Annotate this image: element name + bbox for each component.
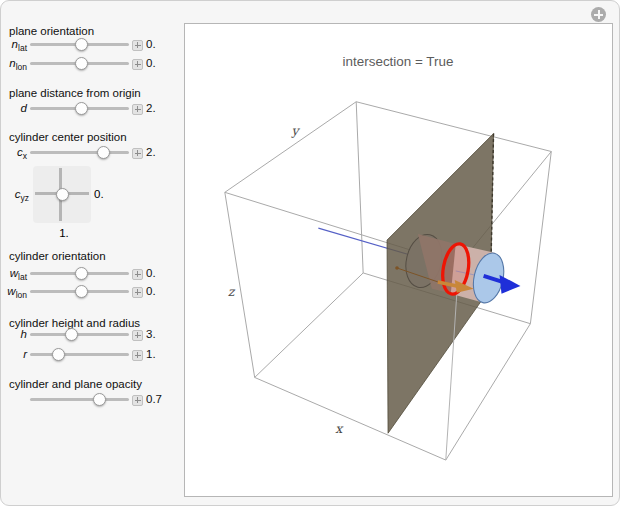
c-x-label: cx [1, 146, 27, 161]
c-yz-value-y: 0. [94, 188, 104, 200]
h-slider-thumb[interactable] [65, 328, 78, 341]
w-lat-label: wlat [1, 267, 27, 282]
slider-row-n-lon: nlon 0. [1, 56, 184, 70]
r-slider-thumb[interactable] [52, 348, 65, 361]
group-title-cylinder-orientation: cylinder orientation [9, 250, 106, 262]
group-title-opacity: cylinder and plane opacity [9, 378, 142, 390]
c-yz-2d-slider-thumb[interactable] [56, 188, 69, 201]
group-title-plane-orientation: plane orientation [9, 25, 94, 37]
opacity-value: 0.7 [146, 393, 162, 405]
h-expand-button[interactable] [132, 330, 143, 341]
slider-row-h: h 3. [1, 327, 184, 341]
w-lon-slider-thumb[interactable] [75, 285, 88, 298]
group-title-plane-distance: plane distance from origin [9, 87, 141, 99]
n-lon-label: nlon [1, 57, 27, 72]
c-yz-value-z: 1. [35, 227, 93, 239]
d-expand-button[interactable] [132, 104, 143, 115]
slider-row-c-x: cx 2. [1, 145, 184, 159]
c-x-slider-thumb[interactable] [97, 146, 110, 159]
slider-row-d: d 2. [1, 101, 184, 115]
axis-label-x: x [335, 421, 344, 436]
w-lat-value: 0. [146, 267, 156, 279]
opacity-slider-thumb[interactable] [93, 393, 106, 406]
w-lon-expand-button[interactable] [132, 287, 143, 298]
c-yz-2d-slider[interactable] [33, 166, 91, 223]
graphics-panel: intersection = True y z x [184, 23, 613, 497]
w-lon-label: wlon [1, 285, 27, 300]
n-lon-slider-thumb[interactable] [75, 57, 88, 70]
slider-row-r: r 1. [1, 347, 184, 361]
h-label: h [1, 328, 27, 343]
n-lat-label: nlat [1, 38, 27, 53]
axis-label-y: y [291, 123, 301, 138]
n-lat-expand-button[interactable] [132, 40, 143, 51]
intersection-status-text: intersection = True [343, 54, 454, 69]
d-label: d [1, 102, 27, 117]
control-panel: plane orientation nlat 0. nlon 0. plane … [1, 1, 184, 505]
demonstration-window: plane orientation nlat 0. nlon 0. plane … [0, 0, 620, 506]
c-x-expand-button[interactable] [132, 148, 143, 159]
opacity-expand-button[interactable] [132, 395, 143, 406]
3d-viewport[interactable]: intersection = True y z x [185, 24, 612, 496]
d-slider-thumb[interactable] [75, 102, 88, 115]
w-lat-slider-thumb[interactable] [75, 267, 88, 280]
c-x-slider[interactable] [30, 151, 129, 154]
r-expand-button[interactable] [132, 350, 143, 361]
d-value: 2. [146, 102, 156, 114]
n-lat-value: 0. [146, 38, 156, 50]
r-slider[interactable] [30, 353, 129, 356]
r-label: r [1, 348, 27, 363]
r-value: 1. [146, 348, 156, 360]
group-title-cylinder-center: cylinder center position [9, 131, 127, 143]
w-lon-value: 0. [146, 285, 156, 297]
h-value: 3. [146, 328, 156, 340]
slider-row-opacity: 0.7 [1, 392, 184, 406]
n-lat-slider-thumb[interactable] [75, 38, 88, 51]
slider-row-n-lat: nlat 0. [1, 37, 184, 51]
c-yz-label: cyz [1, 188, 29, 203]
n-lon-value: 0. [146, 57, 156, 69]
n-lon-expand-button[interactable] [132, 59, 143, 70]
axis-label-z: z [228, 284, 236, 299]
h-slider[interactable] [30, 333, 129, 336]
w-lat-expand-button[interactable] [132, 269, 143, 280]
manipulate-menu-button[interactable] [591, 7, 606, 22]
c-x-value: 2. [146, 146, 156, 158]
opacity-slider[interactable] [30, 398, 129, 401]
slider-row-w-lon: wlon 0. [1, 284, 184, 298]
slider-row-w-lat: wlat 0. [1, 266, 184, 280]
